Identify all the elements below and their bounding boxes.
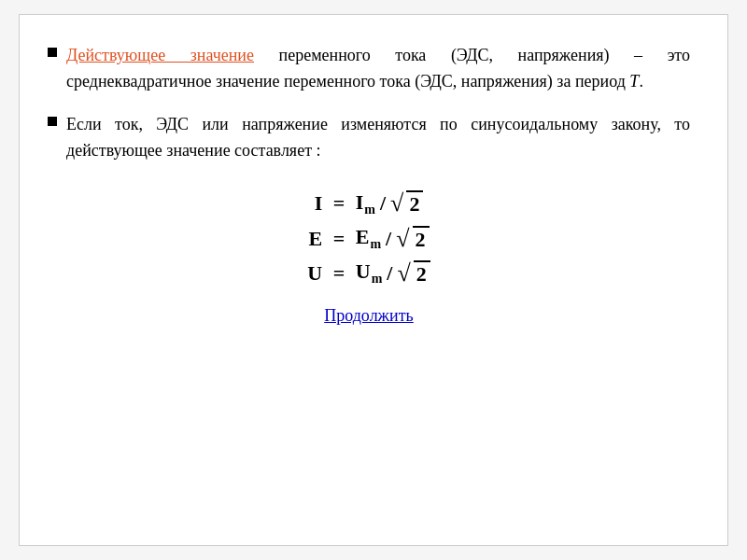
formula1-sqrt: √ 2 — [390, 190, 423, 217]
formula-2: E = Em / √ 2 — [309, 225, 430, 252]
formula3-left: U — [307, 261, 323, 286]
sqrt-symbol-2: √ — [396, 227, 410, 251]
bullet-item-1: Действующее значение переменного тока (Э… — [48, 43, 690, 95]
sqrt-content-2: 2 — [413, 226, 430, 252]
bullet1-text2: . — [639, 72, 643, 91]
sqrt-symbol-3: √ — [397, 261, 411, 286]
page: Действующее значение переменного тока (Э… — [0, 0, 747, 560]
formula3-equals: = — [327, 261, 352, 286]
formula2-slash: / — [386, 227, 392, 251]
formula1-slash: / — [380, 191, 387, 216]
formula1-equals: = — [327, 191, 352, 216]
italic-T: T — [629, 72, 639, 91]
bullet-item-2: Если ток, ЭДС или напряжение изменяются … — [48, 112, 690, 164]
formula-1: I = Im / √ 2 — [315, 190, 424, 217]
bullet-text-2: Если ток, ЭДС или напряжение изменяются … — [66, 112, 690, 164]
sqrt-symbol-1: √ — [390, 191, 404, 216]
sqrt-content-1: 2 — [406, 190, 423, 217]
formula2-equals: = — [327, 227, 352, 251]
formula3-sqrt: √ 2 — [397, 260, 430, 287]
slide: Действующее значение переменного тока (Э… — [19, 14, 728, 546]
bullet-icon-2 — [48, 117, 57, 126]
formulas-section: I = Im / √ 2 E = Em / √ — [48, 190, 690, 287]
formula2-sqrt: √ 2 — [396, 226, 429, 252]
sqrt-content-3: 2 — [414, 260, 430, 287]
bullet-text-1: Действующее значение переменного тока (Э… — [66, 43, 690, 95]
continue-section: Продолжить — [48, 306, 690, 326]
formula3-slash: / — [387, 261, 393, 286]
highlight-text: Действующее значение — [66, 46, 254, 64]
formula2-left: E — [309, 227, 324, 251]
bullet-icon-1 — [48, 48, 57, 57]
formula2-right: Em — [356, 225, 382, 252]
formula-3: U = Um / √ 2 — [307, 259, 430, 287]
formula1-left: I — [315, 191, 324, 216]
formula3-right: Um — [356, 259, 384, 287]
continue-link[interactable]: Продолжить — [324, 306, 414, 326]
formula1-right: Im — [356, 190, 376, 217]
